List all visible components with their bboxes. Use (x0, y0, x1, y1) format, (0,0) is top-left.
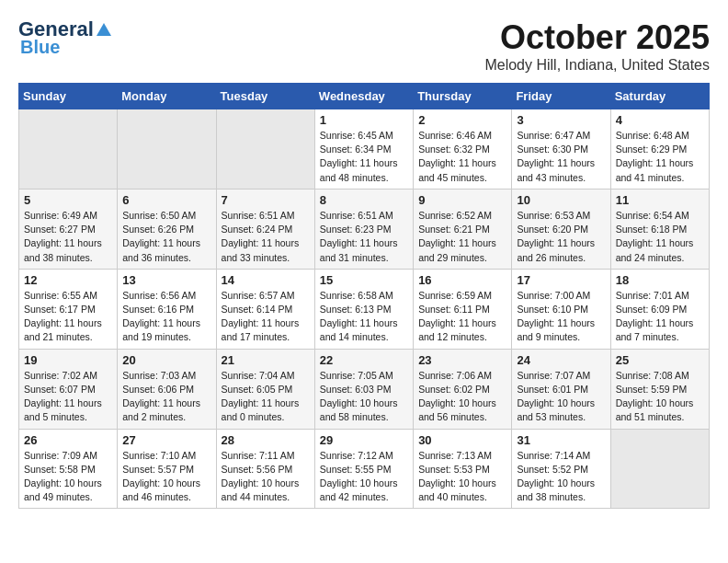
day-header-friday: Friday (512, 84, 610, 109)
day-info: Sunrise: 6:46 AM Sunset: 6:32 PM Dayligh… (418, 129, 506, 185)
day-info: Sunrise: 6:51 AM Sunset: 6:24 PM Dayligh… (222, 209, 310, 265)
day-number: 20 (122, 353, 210, 367)
day-number: 19 (24, 353, 112, 367)
day-info: Sunrise: 7:09 AM Sunset: 5:58 PM Dayligh… (24, 449, 112, 505)
day-info: Sunrise: 6:57 AM Sunset: 6:14 PM Dayligh… (222, 289, 310, 345)
calendar-cell: 26Sunrise: 7:09 AM Sunset: 5:58 PM Dayli… (19, 429, 118, 509)
day-info: Sunrise: 7:11 AM Sunset: 5:56 PM Dayligh… (222, 449, 310, 505)
calendar-cell (118, 109, 216, 190)
calendar-cell: 1Sunrise: 6:45 AM Sunset: 6:34 PM Daylig… (314, 109, 413, 190)
calendar-cell: 19Sunrise: 7:02 AM Sunset: 6:07 PM Dayli… (19, 349, 118, 429)
day-number: 6 (122, 193, 210, 207)
day-info: Sunrise: 6:48 AM Sunset: 6:29 PM Dayligh… (616, 129, 704, 185)
day-number: 9 (418, 193, 506, 207)
day-number: 2 (418, 113, 506, 127)
svg-marker-0 (97, 23, 111, 36)
day-info: Sunrise: 7:00 AM Sunset: 6:10 PM Dayligh… (517, 289, 605, 345)
day-header-thursday: Thursday (414, 84, 512, 109)
calendar-cell: 22Sunrise: 7:05 AM Sunset: 6:03 PM Dayli… (314, 349, 413, 429)
calendar-table: SundayMondayTuesdayWednesdayThursdayFrid… (18, 83, 710, 509)
day-number: 24 (517, 353, 605, 367)
day-info: Sunrise: 7:08 AM Sunset: 5:59 PM Dayligh… (616, 369, 704, 425)
day-info: Sunrise: 6:50 AM Sunset: 6:26 PM Dayligh… (122, 209, 210, 265)
day-number: 10 (517, 193, 605, 207)
calendar-cell: 23Sunrise: 7:06 AM Sunset: 6:02 PM Dayli… (414, 349, 512, 429)
day-info: Sunrise: 6:47 AM Sunset: 6:30 PM Dayligh… (517, 129, 605, 185)
calendar-cell: 30Sunrise: 7:13 AM Sunset: 5:53 PM Dayli… (414, 429, 512, 509)
page-header: General Blue October 2025 Melody Hill, I… (18, 18, 710, 74)
day-number: 22 (320, 353, 408, 367)
day-info: Sunrise: 7:12 AM Sunset: 5:55 PM Dayligh… (320, 449, 408, 505)
calendar-week-row: 19Sunrise: 7:02 AM Sunset: 6:07 PM Dayli… (19, 349, 710, 429)
day-number: 11 (616, 193, 704, 207)
calendar-cell: 18Sunrise: 7:01 AM Sunset: 6:09 PM Dayli… (610, 269, 709, 349)
day-info: Sunrise: 6:49 AM Sunset: 6:27 PM Dayligh… (24, 209, 112, 265)
day-number: 4 (616, 113, 704, 127)
day-number: 27 (122, 433, 210, 447)
calendar-cell: 7Sunrise: 6:51 AM Sunset: 6:24 PM Daylig… (216, 189, 314, 269)
day-info: Sunrise: 7:06 AM Sunset: 6:02 PM Dayligh… (418, 369, 506, 425)
day-info: Sunrise: 7:04 AM Sunset: 6:05 PM Dayligh… (222, 369, 310, 425)
day-info: Sunrise: 6:45 AM Sunset: 6:34 PM Dayligh… (320, 129, 408, 185)
day-number: 12 (24, 273, 112, 287)
day-number: 21 (222, 353, 310, 367)
day-info: Sunrise: 7:02 AM Sunset: 6:07 PM Dayligh… (24, 369, 112, 425)
logo-icon (96, 21, 112, 38)
day-number: 15 (320, 273, 408, 287)
day-number: 7 (222, 193, 310, 207)
day-number: 16 (418, 273, 506, 287)
calendar-cell: 29Sunrise: 7:12 AM Sunset: 5:55 PM Dayli… (314, 429, 413, 509)
day-header-monday: Monday (118, 84, 216, 109)
day-number: 3 (517, 113, 605, 127)
day-info: Sunrise: 6:55 AM Sunset: 6:17 PM Dayligh… (24, 289, 112, 345)
day-number: 30 (418, 433, 506, 447)
day-info: Sunrise: 6:58 AM Sunset: 6:13 PM Dayligh… (320, 289, 408, 345)
day-info: Sunrise: 7:03 AM Sunset: 6:06 PM Dayligh… (122, 369, 210, 425)
day-number: 17 (517, 273, 605, 287)
day-number: 23 (418, 353, 506, 367)
day-number: 18 (616, 273, 704, 287)
calendar-cell: 15Sunrise: 6:58 AM Sunset: 6:13 PM Dayli… (314, 269, 413, 349)
calendar-header-row: SundayMondayTuesdayWednesdayThursdayFrid… (19, 84, 710, 109)
calendar-cell: 21Sunrise: 7:04 AM Sunset: 6:05 PM Dayli… (216, 349, 314, 429)
calendar-cell: 2Sunrise: 6:46 AM Sunset: 6:32 PM Daylig… (414, 109, 512, 190)
day-info: Sunrise: 7:07 AM Sunset: 6:01 PM Dayligh… (517, 369, 605, 425)
calendar-week-row: 26Sunrise: 7:09 AM Sunset: 5:58 PM Dayli… (19, 429, 710, 509)
day-number: 25 (616, 353, 704, 367)
calendar-cell: 5Sunrise: 6:49 AM Sunset: 6:27 PM Daylig… (19, 189, 118, 269)
day-number: 26 (24, 433, 112, 447)
day-info: Sunrise: 6:56 AM Sunset: 6:16 PM Dayligh… (122, 289, 210, 345)
calendar-cell: 24Sunrise: 7:07 AM Sunset: 6:01 PM Dayli… (512, 349, 610, 429)
day-info: Sunrise: 7:10 AM Sunset: 5:57 PM Dayligh… (122, 449, 210, 505)
day-header-saturday: Saturday (610, 84, 709, 109)
logo: General Blue (18, 18, 112, 57)
calendar-cell: 16Sunrise: 6:59 AM Sunset: 6:11 PM Dayli… (414, 269, 512, 349)
calendar-cell: 11Sunrise: 6:54 AM Sunset: 6:18 PM Dayli… (610, 189, 709, 269)
day-info: Sunrise: 6:59 AM Sunset: 6:11 PM Dayligh… (418, 289, 506, 345)
day-header-tuesday: Tuesday (216, 84, 314, 109)
day-number: 13 (122, 273, 210, 287)
calendar-week-row: 1Sunrise: 6:45 AM Sunset: 6:34 PM Daylig… (19, 109, 710, 190)
day-info: Sunrise: 6:53 AM Sunset: 6:20 PM Dayligh… (517, 209, 605, 265)
calendar-cell: 14Sunrise: 6:57 AM Sunset: 6:14 PM Dayli… (216, 269, 314, 349)
day-number: 5 (24, 193, 112, 207)
calendar-cell: 31Sunrise: 7:14 AM Sunset: 5:52 PM Dayli… (512, 429, 610, 509)
calendar-cell: 6Sunrise: 6:50 AM Sunset: 6:26 PM Daylig… (118, 189, 216, 269)
day-info: Sunrise: 6:54 AM Sunset: 6:18 PM Dayligh… (616, 209, 704, 265)
calendar-cell: 25Sunrise: 7:08 AM Sunset: 5:59 PM Dayli… (610, 349, 709, 429)
calendar-cell: 10Sunrise: 6:53 AM Sunset: 6:20 PM Dayli… (512, 189, 610, 269)
title-block: October 2025 Melody Hill, Indiana, Unite… (484, 18, 710, 74)
calendar-week-row: 12Sunrise: 6:55 AM Sunset: 6:17 PM Dayli… (19, 269, 710, 349)
calendar-cell: 12Sunrise: 6:55 AM Sunset: 6:17 PM Dayli… (19, 269, 118, 349)
calendar-cell: 8Sunrise: 6:51 AM Sunset: 6:23 PM Daylig… (314, 189, 413, 269)
day-info: Sunrise: 6:52 AM Sunset: 6:21 PM Dayligh… (418, 209, 506, 265)
location: Melody Hill, Indiana, United States (484, 57, 710, 74)
calendar-cell: 9Sunrise: 6:52 AM Sunset: 6:21 PM Daylig… (414, 189, 512, 269)
calendar-cell: 20Sunrise: 7:03 AM Sunset: 6:06 PM Dayli… (118, 349, 216, 429)
calendar-cell: 28Sunrise: 7:11 AM Sunset: 5:56 PM Dayli… (216, 429, 314, 509)
day-number: 31 (517, 433, 605, 447)
day-info: Sunrise: 7:01 AM Sunset: 6:09 PM Dayligh… (616, 289, 704, 345)
calendar-cell: 4Sunrise: 6:48 AM Sunset: 6:29 PM Daylig… (610, 109, 709, 190)
calendar-cell: 27Sunrise: 7:10 AM Sunset: 5:57 PM Dayli… (118, 429, 216, 509)
day-number: 28 (222, 433, 310, 447)
